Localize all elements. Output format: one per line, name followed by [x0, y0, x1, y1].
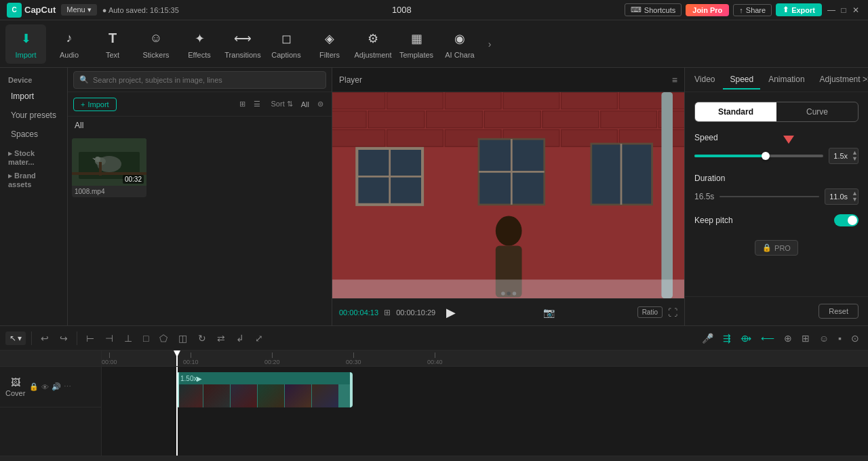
tl-tool-5[interactable]: ⊞	[798, 331, 813, 346]
tl-tool-1[interactable]: ⇶	[719, 331, 734, 346]
curve-mode-button[interactable]: Curve	[776, 102, 858, 121]
tab-speed[interactable]: Speed	[723, 71, 760, 89]
export-button[interactable]: ⬆ Export	[776, 3, 822, 16]
select-tool-button[interactable]: ↖ ▾	[5, 332, 26, 345]
grid-button[interactable]: ⊞	[384, 308, 391, 317]
search-input[interactable]	[93, 76, 320, 84]
toolbar-import[interactable]: ⬇ Import	[5, 24, 46, 64]
menu-button[interactable]: Menu ▾	[61, 4, 97, 16]
back-arrow-button[interactable]: ↲	[233, 331, 248, 346]
track-label-row: 🖼 Cover 🔒 👁 🔊 ⋯	[0, 367, 101, 407]
maximize-button[interactable]: □	[838, 5, 849, 16]
cover-button[interactable]: 🖼 Cover	[5, 377, 25, 397]
tab-video[interactable]: Video	[688, 71, 722, 89]
toolbar-transitions[interactable]: ⟷ Transitions	[222, 24, 263, 64]
delete-button[interactable]: □	[140, 331, 152, 346]
video-background	[332, 92, 684, 298]
import-media-button[interactable]: + Import	[73, 98, 117, 111]
speed-value-display: 1.5x	[829, 152, 852, 160]
pentagon-button[interactable]: ⬠	[156, 331, 171, 346]
clip-handle-right[interactable]	[350, 372, 353, 407]
tl-tool-6[interactable]: ☺	[816, 331, 832, 346]
toolbar-divider-2	[77, 332, 77, 345]
redo-button[interactable]: ↪	[56, 331, 71, 346]
split-view-button[interactable]: ◫	[175, 331, 191, 346]
grid-view-button[interactable]: ⊞	[237, 98, 248, 110]
ruler-mark-0: 00:00	[102, 353, 117, 365]
close-button[interactable]: ✕	[850, 5, 861, 16]
svg-rect-13	[503, 92, 559, 109]
fullscreen-button[interactable]: ⛶	[668, 307, 677, 318]
shortcuts-button[interactable]: ⌨ Shortcuts	[625, 3, 682, 16]
tl-tool-3[interactable]: ⟵	[757, 331, 778, 346]
speed-label: Speed	[694, 133, 859, 142]
reset-button[interactable]: Reset	[818, 304, 859, 319]
screenshot-button[interactable]: 📷	[543, 307, 555, 318]
track-lock-button[interactable]: 🔒	[29, 382, 39, 391]
tl-tool-4[interactable]: ⊕	[781, 331, 795, 346]
toolbar-effects[interactable]: ✦ Effects	[179, 24, 220, 64]
thumb-duration-1008: 00:32	[123, 175, 144, 184]
track-volume-button[interactable]: 🔊	[52, 382, 61, 391]
rotate-button[interactable]: ↻	[195, 331, 210, 346]
filters-label: Filters	[319, 51, 340, 59]
duration-slider[interactable]	[719, 196, 819, 197]
duration-down-button[interactable]: ▼	[852, 197, 858, 203]
split-mid-button[interactable]: ⊥	[121, 331, 136, 346]
tab-adjustment[interactable]: Adjustment >>	[813, 71, 868, 89]
svg-rect-11	[387, 92, 443, 109]
play-button[interactable]: ▶	[446, 305, 456, 320]
toolbar-audio[interactable]: ♪ Audio	[49, 24, 90, 64]
ratio-button[interactable]: Ratio	[637, 306, 663, 318]
media-file-1008[interactable]: 00:32 1008.mp4	[72, 138, 146, 197]
speed-slider-thumb[interactable]	[762, 152, 770, 160]
nav-spaces[interactable]: Spaces	[3, 125, 64, 143]
join-pro-button[interactable]: Join Pro	[686, 4, 729, 16]
track-more-button[interactable]: ⋯	[64, 382, 71, 391]
track-eye-button[interactable]: 👁	[41, 383, 49, 391]
flip-button[interactable]: ⇄	[214, 331, 229, 346]
video-clip[interactable]: 1.50x▶	[176, 372, 353, 407]
speed-down-button[interactable]: ▼	[852, 156, 858, 162]
templates-label: Templates	[399, 51, 433, 59]
split-end-button[interactable]: ⊣	[102, 331, 117, 346]
nav-your-presets[interactable]: Your presets	[3, 106, 64, 124]
split-start-button[interactable]: ⊢	[83, 331, 98, 346]
standard-mode-button[interactable]: Standard	[695, 102, 776, 121]
import-bar: + Import ⊞ ☰ Sort ⇅ All ⊜	[68, 92, 332, 117]
tab-animation[interactable]: Animation	[762, 71, 811, 89]
sort-button[interactable]: Sort ⇅	[269, 98, 296, 110]
mic-button[interactable]: 🎤	[698, 331, 717, 346]
toolbar-captions[interactable]: ◻ Captions	[266, 24, 307, 64]
move-button[interactable]: ⤢	[252, 331, 267, 346]
zoom-button[interactable]: ⊙	[848, 331, 863, 346]
toolbar-more-button[interactable]: ›	[483, 24, 496, 64]
speed-slider[interactable]	[694, 155, 823, 157]
filter-button[interactable]: ⊜	[315, 98, 326, 110]
toolbar-stickers[interactable]: ☺ Stickers	[136, 24, 176, 64]
ruler-playhead	[176, 350, 178, 366]
list-view-button[interactable]: ☰	[251, 98, 263, 110]
share-button[interactable]: ↑ Share	[733, 4, 772, 16]
toolbar-adjustment[interactable]: ⚙ Adjustment	[353, 24, 393, 64]
toolbar-ai-chara[interactable]: ◉ AI Chara	[439, 24, 480, 64]
minimize-button[interactable]: —	[826, 5, 837, 16]
toolbar-text[interactable]: T Text	[92, 24, 133, 64]
toolbar-divider-1	[31, 332, 32, 345]
tl-tool-7[interactable]: ▪	[835, 331, 845, 346]
ai-chara-icon: ◉	[450, 29, 469, 48]
svg-rect-16	[332, 111, 366, 128]
timeline-scrollbar[interactable]	[0, 456, 868, 461]
ruler-mark-20: 00:20	[264, 353, 280, 365]
text-icon: T	[103, 29, 122, 48]
tl-tool-2[interactable]: ⟴	[737, 331, 755, 346]
toolbar-filters[interactable]: ◈ Filters	[309, 24, 350, 64]
keep-pitch-toggle[interactable]	[834, 214, 859, 226]
toolbar-templates[interactable]: ▦ Templates	[396, 24, 437, 64]
timeline-track-labels: 🖼 Cover 🔒 👁 🔊 ⋯	[0, 350, 102, 456]
player-menu-button[interactable]: ≡	[672, 75, 677, 85]
undo-button[interactable]: ↩	[37, 331, 52, 346]
nav-import[interactable]: Import	[3, 87, 64, 105]
search-box[interactable]: 🔍	[73, 71, 326, 89]
clip-handle-left[interactable]	[176, 372, 179, 407]
